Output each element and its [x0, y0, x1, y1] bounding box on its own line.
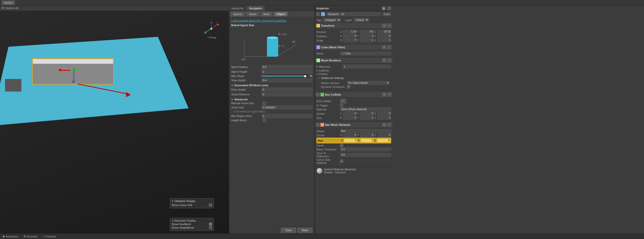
carve-label: Carve [316, 144, 339, 147]
bake-button[interactable]: Bake [298, 228, 312, 233]
hierarchy-tab[interactable]: Hierarchy [229, 6, 246, 11]
edit-collider-btn[interactable]: ✏ [340, 99, 346, 103]
bc-center-z[interactable]: 0 [377, 112, 391, 115]
obstacle-display-title: Obstacle Display [175, 200, 195, 203]
materials-value[interactable]: 1 [343, 65, 391, 68]
scene-tab[interactable]: Scene [2, 1, 15, 5]
inspector-lock-icon[interactable]: 🔒 [382, 6, 386, 10]
bc-material-value[interactable]: None (Physic Material) [340, 107, 391, 111]
advanced-header[interactable]: Advanced [231, 98, 312, 101]
nmo-center-y[interactable]: 0 [360, 133, 374, 137]
scale-row: Scale X 7 Y 1 Z 1 [316, 38, 391, 42]
jump-distance-value[interactable]: 0 [261, 92, 312, 96]
show-navmesh-checkbox[interactable] [209, 223, 212, 226]
voxel-size-value[interactable]: 0.1666667 [261, 105, 312, 109]
rotation-row: Rotation X 0 Y 0 Z 0 [316, 34, 391, 38]
mesh-renderer-menu-icon[interactable]: ⋮ [387, 58, 391, 62]
time-stationary-value[interactable]: 0.5 [340, 153, 391, 157]
bake-tab-btn[interactable]: Bake [261, 12, 272, 16]
dynamic-occlusion-checkbox[interactable] [347, 85, 350, 88]
clear-button[interactable]: Clear [281, 228, 296, 233]
shape-value[interactable]: Box [340, 129, 391, 133]
scale-x[interactable]: 7 [343, 38, 357, 42]
is-trigger-checkbox[interactable] [340, 104, 343, 107]
move-threshold-value[interactable]: 0.1 [340, 147, 391, 151]
nmo-center-z[interactable]: 0 [377, 133, 391, 137]
animator-tab[interactable]: ⊞ Animator [22, 235, 39, 238]
bc-size-y[interactable]: 1 [360, 116, 374, 120]
agents-tab-btn[interactable]: Agents [231, 12, 245, 16]
nmo-size-x[interactable]: 2 [344, 139, 357, 142]
scale-y[interactable]: 1 [360, 38, 374, 42]
object-tab-btn[interactable]: Object [274, 12, 288, 16]
mesh-renderer-header[interactable]: Mesh Renderer ⚙ ⋮ [315, 58, 393, 63]
transform-settings-icon[interactable]: ⚙ [382, 24, 386, 28]
box-collider-settings-icon[interactable]: ⚙ [382, 93, 386, 97]
height-mesh-checkbox[interactable] [263, 119, 266, 122]
max-slope-slider[interactable]: 45 [261, 74, 312, 77]
nmo-center-x[interactable]: 0 [343, 133, 357, 137]
mesh-value[interactable]: ⬡ Cube [340, 52, 391, 55]
object-name-input[interactable] [327, 12, 381, 16]
mesh-renderer-settings-icon[interactable]: ⚙ [382, 58, 386, 62]
nav-obstacle-header[interactable]: Nav Mesh Obstacle ⚙ ⋮ [315, 122, 393, 128]
mesh-filter-settings-icon[interactable]: ⚙ [382, 45, 386, 49]
mesh-filter-menu-icon[interactable]: ⋮ [387, 45, 391, 49]
move-threshold-row: Move Threshold 0.1 [316, 147, 391, 151]
bc-size-z[interactable]: 1 [377, 116, 391, 120]
animation-icon: ▶ [3, 235, 5, 238]
motion-vectors-row: Motion Vectors Per Object Motion ▼ [321, 81, 390, 85]
learn-link[interactable]: Learn instead about the component workfl… [231, 19, 312, 22]
box-collider-active[interactable] [316, 93, 319, 96]
svg-point-16 [267, 36, 278, 39]
mesh-filter-header[interactable]: Cube (Mesh Filter) ⚙ ⋮ [315, 45, 393, 50]
position-z[interactable]: -18.33 [377, 30, 391, 34]
transform-component-header[interactable]: Transform ⚙ ⋮ [315, 23, 393, 29]
transform-menu-icon[interactable]: ⋮ [387, 24, 391, 28]
static-button[interactable]: Static [382, 12, 391, 16]
inspector-menu-icon[interactable]: ⋮ [387, 6, 391, 10]
rotation-x[interactable]: 0 [343, 34, 357, 38]
navigation-tab[interactable]: Navigation [247, 6, 265, 11]
tag-select[interactable]: Untagged [323, 18, 341, 22]
nav-obstacle-icon [320, 123, 324, 127]
bc-size-x[interactable]: 1 [343, 116, 357, 120]
scale-z[interactable]: 1 [377, 38, 391, 42]
rotation-y[interactable]: 0 [360, 34, 374, 38]
position-x[interactable]: 1.24 [343, 30, 357, 34]
areas-tab-btn[interactable]: Areas [246, 12, 259, 16]
show-carve-hull-checkbox[interactable] [209, 204, 212, 207]
box-collider-menu-icon[interactable]: ⋮ [387, 93, 391, 97]
agent-height-value[interactable]: 2 [261, 70, 312, 74]
drop-height-value[interactable]: 0 [261, 88, 312, 92]
rotation-label: Rotation [316, 35, 339, 38]
scale-y-letter: Y [357, 39, 360, 42]
position-y[interactable]: 0.5 [360, 30, 374, 34]
show-heightmesh-checkbox[interactable] [209, 226, 212, 229]
console-tab[interactable]: ≡ Console [42, 235, 57, 238]
step-height-value[interactable]: 0.4 [261, 78, 312, 82]
nav-obstacle-menu-icon[interactable]: ⋮ [387, 123, 391, 127]
nmo-size-z[interactable]: 4 [377, 139, 390, 142]
carve-only-row: Carve Only Stations [316, 158, 391, 164]
animation-tab[interactable]: ▶ Animation [2, 235, 20, 238]
manual-voxel-checkbox[interactable] [263, 102, 266, 105]
rotation-xyz: X 0 Y 0 Z 0 [340, 34, 391, 38]
bc-center-y[interactable]: 0 [360, 112, 374, 115]
rotation-z[interactable]: 0 [377, 34, 391, 38]
carve-checkbox[interactable] [340, 144, 343, 147]
nav-obstacle-settings-icon[interactable]: ⚙ [382, 123, 386, 127]
box-collider-header[interactable]: Box Collider ⚙ ⋮ [315, 92, 393, 98]
motion-vectors-select[interactable]: Per Object Motion ▼ [347, 81, 390, 85]
min-region-area-value[interactable]: 2 [261, 114, 312, 118]
nmo-size-y[interactable]: 1 [360, 139, 374, 142]
carve-only-checkbox[interactable] [340, 160, 343, 163]
probes-row: ▶ Probes [316, 72, 391, 75]
additional-settings-header[interactable]: ▼ Additional Settings [316, 76, 391, 80]
mesh-renderer-title: Mesh Renderer [321, 59, 381, 62]
object-active-checkbox[interactable] [316, 13, 319, 16]
layer-select[interactable]: Default [353, 18, 369, 22]
bc-center-x[interactable]: 0 [343, 112, 357, 115]
nav-obstacle-active[interactable] [316, 123, 319, 126]
agent-radius-value[interactable]: 0.5 [261, 65, 312, 69]
